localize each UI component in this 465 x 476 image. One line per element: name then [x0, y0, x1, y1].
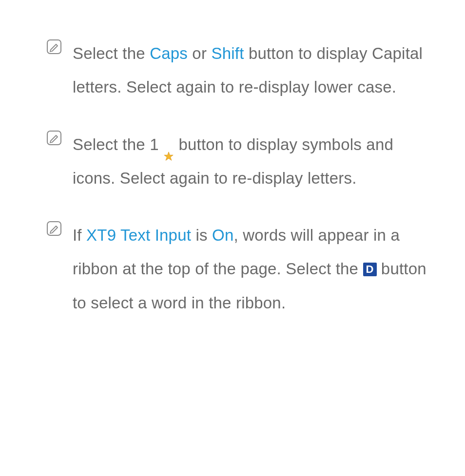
- highlight-caps: Caps: [150, 44, 188, 62]
- note-icon: [46, 221, 62, 236]
- note-text: If XT9 Text Input is On, words will appe…: [73, 218, 436, 320]
- text-segment: Select the 1: [73, 135, 163, 153]
- note-item: If XT9 Text Input is On, words will appe…: [46, 218, 436, 320]
- text-segment: Select the: [73, 44, 150, 62]
- text-segment: or: [188, 44, 211, 62]
- highlight-on: On: [212, 226, 233, 244]
- star-icon: [163, 139, 174, 150]
- note-text: Select the 1 button to display symbols a…: [73, 128, 436, 195]
- highlight-xt9: XT9 Text Input: [86, 226, 191, 244]
- note-icon: [46, 130, 62, 146]
- note-text: Select the Caps or Shift button to displ…: [73, 37, 436, 104]
- highlight-shift: Shift: [211, 44, 244, 62]
- note-icon: [46, 39, 62, 55]
- text-segment: If: [73, 226, 86, 244]
- d-button-icon: D: [363, 263, 377, 276]
- notes-list: Select the Caps or Shift button to displ…: [46, 37, 436, 320]
- note-item: Select the 1 button to display symbols a…: [46, 128, 436, 195]
- note-item: Select the Caps or Shift button to displ…: [46, 37, 436, 104]
- text-segment: is: [191, 226, 212, 244]
